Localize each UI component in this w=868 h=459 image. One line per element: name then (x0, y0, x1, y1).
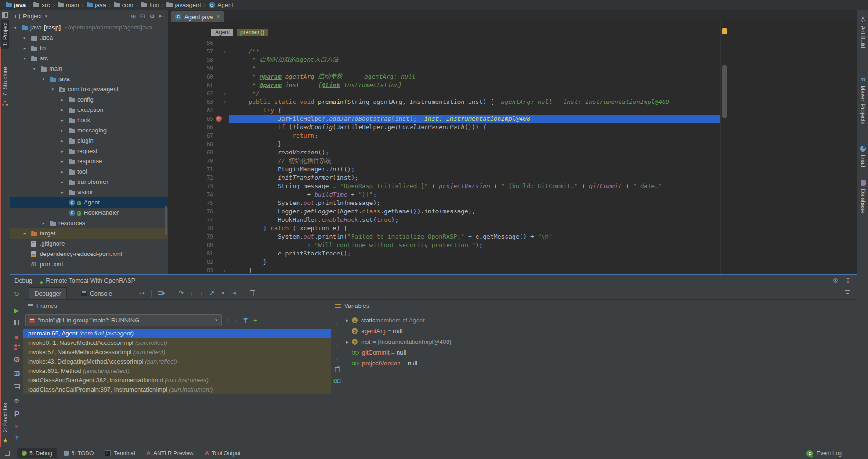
chevron-right-icon[interactable]: ▸ (59, 105, 65, 115)
code-line-67[interactable]: 67 return; (168, 131, 720, 140)
line-number[interactable]: 68 (168, 140, 213, 148)
variable-agentarg[interactable]: pagentArg=null (343, 326, 857, 336)
code-line-74[interactable]: 74 + buildTime + ")]"; (168, 190, 720, 199)
toolwindow-toggle-icon[interactable] (5, 451, 10, 456)
line-number[interactable]: 77 (168, 216, 213, 224)
debugger-settings-button[interactable]: ⚙ (14, 397, 20, 404)
line-number[interactable]: 65 (168, 115, 213, 123)
line-number[interactable]: 64 (168, 106, 213, 115)
remove-watch-button[interactable]: − (335, 331, 339, 338)
toolwindow-terminal[interactable]: Terminal (101, 448, 139, 458)
line-number[interactable]: 73 (168, 182, 213, 190)
close-debug-button[interactable]: × (15, 423, 19, 430)
frame-invoke0-1-nativemethodaccessorimpl[interactable]: invoke0:-1, NativeMethodAccessorImpl (su… (23, 338, 331, 348)
code-line-66[interactable]: 66 if (!loadConfig(JarFileHelper.getLoca… (168, 123, 720, 131)
line-number[interactable]: 67 (168, 131, 213, 140)
toolwindow-button-7-structure[interactable]: 7: Structure (0, 65, 10, 106)
resume-button[interactable]: ▶ (14, 307, 19, 314)
chevron-right-icon[interactable]: ▸ (59, 136, 65, 146)
toolwindow-antlr-preview[interactable]: AANTLR Preview (142, 448, 198, 458)
variable-projectversion[interactable]: projectVersion=null (343, 358, 857, 369)
fold-marker-icon[interactable]: ∨ (224, 47, 226, 56)
chevron-right-icon[interactable]: ▸ (59, 125, 65, 136)
tree-item-idea[interactable]: ▸.idea (10, 33, 168, 43)
line-number[interactable]: 56 (168, 39, 213, 47)
chevron-down-icon[interactable]: ▾ (22, 53, 28, 64)
chevron-down-icon[interactable]: ▾ (31, 64, 37, 74)
breadcrumb-item-agent[interactable]: Agent (207, 1, 235, 8)
line-number[interactable]: 60 (168, 73, 213, 81)
tab-debugger[interactable]: Debugger (29, 287, 67, 299)
code-line-73[interactable]: 73 String message = "OpenRasp Initialize… (168, 182, 720, 190)
line-number[interactable]: 74 (168, 190, 213, 199)
breadcrumb-item-javaagent[interactable]: javaagent (165, 1, 203, 8)
code-line-57[interactable]: 57∨ /** (168, 47, 720, 56)
frame-invoke-601-method[interactable]: invoke:601, Method (java.lang.reflect) (23, 366, 331, 376)
tree-item-response[interactable]: ▸response (10, 156, 168, 167)
code-line-56[interactable]: 56 (168, 39, 720, 47)
code-line-77[interactable]: 77 HookHandler.enableHook.set(true); (168, 216, 720, 224)
chevron-right-icon[interactable]: ▸ (22, 43, 28, 53)
move-watch-up-button[interactable]: ↑ (335, 343, 339, 350)
chevron-right-icon[interactable]: ▸ (59, 146, 65, 156)
code-line-76[interactable]: 76 Logger.getLogger(Agent.class.getName(… (168, 207, 720, 216)
code-line-83[interactable]: 83∨ } (168, 266, 720, 275)
line-number[interactable]: 81 (168, 249, 213, 258)
breadcrumb-item-java[interactable]: java (85, 1, 108, 8)
thread-next-icon[interactable]: ↓ (235, 317, 238, 324)
frame-invoke-43-delegatingmethodaccessorimpl[interactable]: invoke:43, DelegatingMethodAccessorImpl … (23, 357, 331, 366)
chevron-right-icon[interactable]: ▸ (59, 95, 65, 105)
toolwindow-tool-output[interactable]: ATool Output (200, 448, 245, 458)
code-line-61[interactable]: 61 * @param inst {@link Instrumentation} (168, 81, 720, 89)
chevron-down-icon[interactable]: ▾ (50, 84, 56, 95)
toolwindow-button-2-favorites[interactable]: 2: Favorites★ (0, 401, 10, 444)
toolwindow-button-maven-projects[interactable]: mMaven Projects (857, 76, 868, 124)
code-line-63[interactable]: 63∨ public static void premain(String ag… (168, 98, 720, 106)
toolwindow-button-database[interactable]: Database (857, 180, 868, 213)
breadcrumb-item-com[interactable]: com (112, 1, 136, 8)
line-number[interactable]: 61 (168, 81, 213, 89)
chevron-right-icon[interactable]: ▸ (22, 228, 28, 239)
toolwindow-debug[interactable]: 5: Debug (17, 448, 57, 458)
tree-item-visitor[interactable]: ▸visitor (10, 187, 168, 197)
code-line-70[interactable]: 70 // 初始化插件系统 (168, 157, 720, 165)
view-breakpoints-button[interactable] (14, 344, 20, 350)
line-number[interactable]: 70 (168, 157, 213, 165)
tree-item-exception[interactable]: ▸exception (10, 105, 168, 115)
tree-item-pom-xml[interactable]: mpom.xml (10, 259, 168, 270)
tree-item-main[interactable]: ▾main (10, 64, 168, 74)
line-number[interactable]: 83 (168, 266, 213, 275)
code-line-68[interactable]: 68 } (168, 140, 720, 148)
chevron-right-icon[interactable]: ▶ (343, 318, 352, 323)
tree-item-src[interactable]: ▾src (10, 53, 168, 64)
pause-button[interactable] (14, 320, 19, 325)
tree-item-request[interactable]: ▸request (10, 146, 168, 156)
layout-settings-icon[interactable] (845, 290, 850, 295)
line-number[interactable]: 69 (168, 148, 213, 157)
code-line-71[interactable]: 71 PluginManager.init(); (168, 165, 720, 174)
frame-loadclassandcallpremain-397-instrumentationimpl[interactable]: loadClassAndCallPremain:397, Instrumenta… (23, 385, 331, 394)
tree-item-tool[interactable]: ▸tool (10, 167, 168, 177)
tab-console[interactable]: Console (76, 287, 117, 299)
line-number[interactable]: 72 (168, 174, 213, 182)
code-line-82[interactable]: 82 } (168, 258, 720, 266)
fold-marker-icon[interactable]: ∨ (224, 89, 226, 98)
variable-gitcommit[interactable]: gitCommit=null (343, 347, 857, 358)
help-button[interactable]: ? (15, 435, 18, 442)
chevron-down-icon[interactable]: ▼ (211, 315, 221, 326)
stop-button[interactable]: ■ (15, 334, 19, 341)
chevron-down-icon[interactable]: ▾ (45, 14, 47, 19)
mute-breakpoints-button[interactable] (14, 357, 19, 362)
toolwindow-button-luaj[interactable]: LuaJ (857, 146, 868, 167)
code-line-80[interactable]: 80 + "Will continue without security pro… (168, 241, 720, 249)
line-number[interactable]: 75 (168, 199, 213, 207)
step-into-icon[interactable]: ↓ (190, 290, 194, 297)
chevron-right-icon[interactable]: ▸ (59, 187, 65, 197)
code-line-72[interactable]: 72 initTransformer(inst); (168, 174, 720, 182)
chevron-right-icon[interactable]: ▸ (41, 218, 46, 228)
line-number[interactable]: 59 (168, 64, 213, 73)
line-number[interactable]: 66 (168, 123, 213, 131)
toolwindow-todo[interactable]: 6: TODO (59, 448, 98, 458)
code-line-58[interactable]: 58 * 启动时加载的agent入口方法 (168, 56, 720, 64)
settings-gear-icon[interactable]: ⚙ (149, 13, 155, 20)
